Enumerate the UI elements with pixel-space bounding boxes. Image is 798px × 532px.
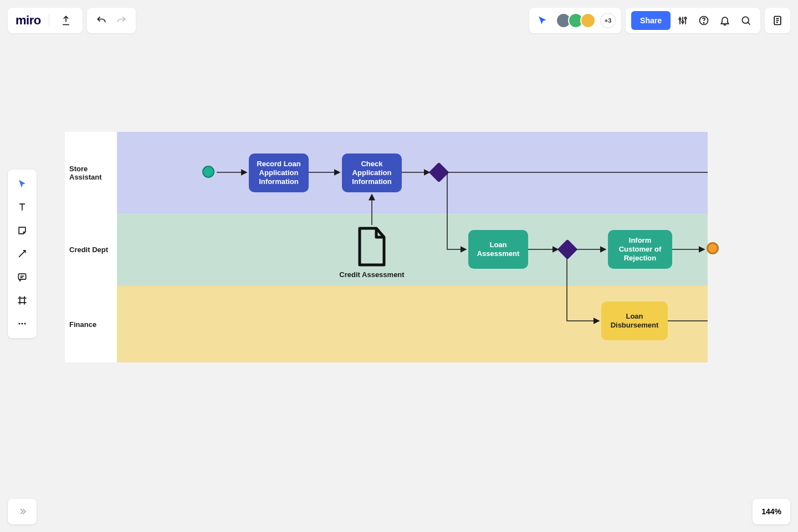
svg-point-8 <box>19 323 21 325</box>
more-tools[interactable] <box>11 313 33 335</box>
swimlane-diagram[interactable]: Store Assistant Credit Dept Finance Reco… <box>65 132 708 362</box>
text-tool[interactable] <box>11 196 33 218</box>
svg-point-5 <box>742 17 749 23</box>
start-event[interactable] <box>202 166 214 178</box>
task-loan-assessment[interactable]: Loan Assessment <box>468 230 528 269</box>
undo-redo-panel <box>87 8 136 33</box>
search-icon[interactable] <box>737 12 755 29</box>
svg-point-0 <box>679 18 681 20</box>
avatar[interactable] <box>580 13 596 28</box>
export-icon[interactable] <box>57 12 75 29</box>
notes-button[interactable] <box>765 8 790 33</box>
svg-point-2 <box>684 17 686 19</box>
task-loan-disbursement[interactable]: Loan Disbursement <box>601 301 668 340</box>
share-button[interactable]: Share <box>631 11 671 30</box>
actions-panel: Share <box>626 8 760 33</box>
collaborators-panel: +3 <box>529 8 621 33</box>
presence-icon[interactable] <box>535 13 550 28</box>
undo-icon[interactable] <box>93 12 110 29</box>
task-record-loan[interactable]: Record Loan Application Information <box>249 154 309 192</box>
line-tool[interactable] <box>11 243 33 265</box>
frame-tool[interactable] <box>11 289 33 311</box>
lane-label: Credit Dept <box>65 213 117 286</box>
zoom-indicator[interactable]: 144% <box>753 499 790 524</box>
lane-label: Store Assistant <box>65 132 117 213</box>
expand-panel-button[interactable] <box>8 499 37 524</box>
app-logo[interactable]: miro <box>16 13 41 28</box>
logo-panel: miro <box>8 8 83 33</box>
task-inform-rejection[interactable]: Inform Customer of Rejection <box>608 230 672 269</box>
comment-tool[interactable] <box>11 266 33 288</box>
sticky-tool[interactable] <box>11 219 33 242</box>
separator <box>49 14 49 27</box>
settings-icon[interactable] <box>674 12 692 29</box>
help-icon[interactable] <box>695 12 713 29</box>
avatar-stack[interactable] <box>556 13 596 28</box>
bell-icon[interactable] <box>716 12 734 29</box>
svg-point-4 <box>703 23 704 23</box>
document-label: Credit Assessment <box>333 270 411 279</box>
document-icon[interactable] <box>354 225 390 268</box>
task-check-application[interactable]: Check Application Information <box>342 154 402 192</box>
lane-label: Finance <box>65 286 117 362</box>
tool-panel <box>8 170 37 338</box>
avatar-overflow[interactable]: +3 <box>600 13 616 28</box>
svg-point-9 <box>22 323 23 325</box>
svg-point-1 <box>682 21 683 23</box>
select-tool[interactable] <box>11 173 33 195</box>
end-event[interactable] <box>707 242 719 254</box>
redo-icon[interactable] <box>112 12 130 29</box>
svg-point-10 <box>24 323 26 325</box>
